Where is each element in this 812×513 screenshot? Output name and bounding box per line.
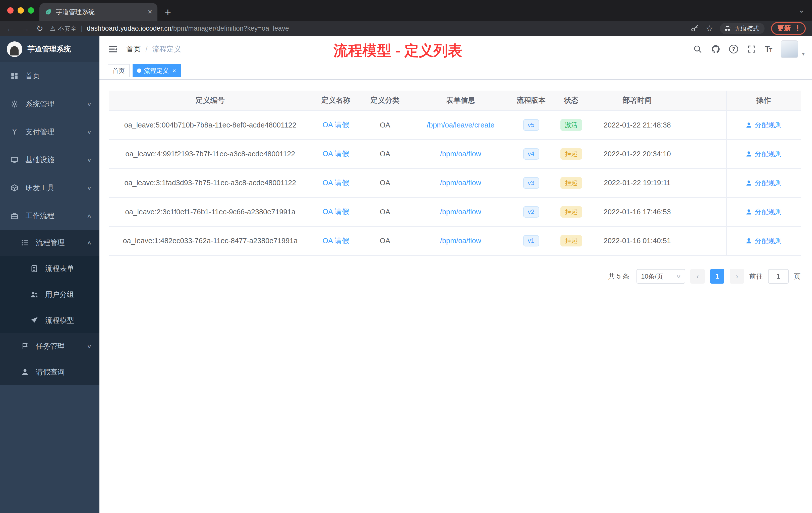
chevron-down-icon: ∨ <box>87 157 92 163</box>
status-badge: 挂起 <box>560 235 582 246</box>
sidebar-item-infrastructure[interactable]: 基础设施 ∨ <box>0 146 99 174</box>
sidebar-item-label: 流程管理 <box>36 238 64 248</box>
font-size-icon[interactable]: TT <box>765 45 772 54</box>
bookmark-star-icon[interactable]: ☆ <box>706 24 713 33</box>
sidebar-item-process-management[interactable]: 流程管理 ∧ <box>0 230 99 256</box>
sidebar-item-label: 请假查询 <box>36 367 64 377</box>
definition-id-cell: oa_leave:2:3c1f0ef1-76b1-11ec-9c66-a2380… <box>109 198 311 226</box>
form-info-link[interactable]: /bpm/oa/flow <box>440 150 481 158</box>
forward-button[interactable]: → <box>21 24 30 33</box>
version-cell: v3 <box>512 169 551 197</box>
definition-name-link[interactable]: OA 请假 <box>323 178 349 188</box>
assign-rule-label: 分配规则 <box>755 207 782 216</box>
breadcrumb-current: 流程定义 <box>152 44 181 54</box>
browser-update-button[interactable]: 更新 ⋮ <box>771 22 806 35</box>
status-cell: 挂起 <box>550 198 592 226</box>
incognito-badge: 无痕模式 <box>720 23 764 34</box>
person-icon <box>21 368 29 376</box>
definition-name-link[interactable]: OA 请假 <box>323 120 349 130</box>
table-header-row: 定义编号 定义名称 定义分类 表单信息 流程版本 状态 部署时间 操作 <box>109 91 801 111</box>
macos-minimize-button[interactable] <box>18 7 24 13</box>
assign-rule-link[interactable]: 分配规则 <box>746 120 782 129</box>
table-row: oa_leave:1:482ec033-762a-11ec-8477-a2380… <box>109 227 801 255</box>
browser-menu-kebab-icon[interactable]: ⋮ <box>794 24 801 32</box>
list-icon <box>21 239 29 247</box>
version-badge: v3 <box>523 177 539 188</box>
app-brand[interactable]: 芋道管理系统 <box>0 36 99 62</box>
definition-name-link[interactable]: OA 请假 <box>323 207 349 217</box>
macos-close-button[interactable] <box>7 7 13 13</box>
macos-zoom-button[interactable] <box>28 7 34 13</box>
sidebar-item-label: 流程表单 <box>45 264 74 274</box>
user-avatar[interactable] <box>781 40 798 58</box>
tag-close-icon[interactable]: × <box>173 67 176 74</box>
table-body: oa_leave:5:004b710b-7b8a-11ec-8ef0-acde4… <box>109 111 801 255</box>
chevron-down-icon: ∨ <box>87 101 92 107</box>
hamburger-menu-icon[interactable] <box>108 44 118 54</box>
assign-rule-link[interactable]: 分配规则 <box>746 236 782 245</box>
status-cell: 挂起 <box>550 169 592 197</box>
new-tab-button[interactable]: + <box>165 7 171 18</box>
avatar-caret-icon[interactable]: ▾ <box>802 51 805 57</box>
goto-page-input[interactable] <box>768 269 789 283</box>
definition-name-link[interactable]: OA 请假 <box>323 236 349 246</box>
tab-title: 芋道管理系统 <box>56 7 144 16</box>
assign-rule-link[interactable]: 分配规则 <box>746 207 782 216</box>
page-url: dashboard.yudao.iocoder.cn/bpm/manager/d… <box>87 25 289 32</box>
browser-tabstrip: 芋道管理系统 × + ⌄ <box>0 0 812 21</box>
tab-close-icon[interactable]: × <box>148 8 152 16</box>
assign-rule-label: 分配规则 <box>755 149 782 158</box>
address-bar[interactable]: ⚠ 不安全 | dashboard.yudao.iocoder.cn/bpm/m… <box>50 24 684 33</box>
github-icon[interactable] <box>711 44 720 54</box>
tab-search-chevron-icon[interactable]: ⌄ <box>798 5 805 14</box>
back-button[interactable]: ← <box>6 24 14 33</box>
definition-name-link[interactable]: OA 请假 <box>323 149 349 159</box>
sidebar-item-task-management[interactable]: 任务管理 ∨ <box>0 333 99 359</box>
page-number-button[interactable]: 1 <box>710 269 725 283</box>
prev-page-button[interactable]: ‹ <box>690 269 705 283</box>
version-cell: v5 <box>512 111 551 139</box>
sidebar-item-label: 系统管理 <box>25 99 54 109</box>
tag-process-definition[interactable]: 流程定义 × <box>133 64 181 78</box>
sidebar-item-dev-tools[interactable]: 研发工具 ∨ <box>0 174 99 202</box>
definition-category-cell: OA <box>360 169 410 197</box>
operation-cell: 分配规则 <box>726 227 801 255</box>
chevron-up-icon: ∧ <box>87 240 92 246</box>
definition-name-cell: OA 请假 <box>311 111 360 139</box>
assign-rule-link[interactable]: 分配规则 <box>746 178 782 187</box>
reload-button[interactable]: ↻ <box>36 24 43 33</box>
form-info-link[interactable]: /bpm/oa/flow <box>440 237 481 245</box>
search-icon[interactable] <box>693 44 702 54</box>
version-cell: v2 <box>512 198 551 226</box>
page-size-select[interactable]: 10条/页 ∨ <box>637 269 685 283</box>
browser-tab[interactable]: 芋道管理系统 × <box>39 3 157 21</box>
security-warning[interactable]: ⚠ 不安全 <box>50 24 77 33</box>
flag-icon <box>21 342 29 350</box>
sidebar-item-process-model[interactable]: 流程模型 <box>0 307 99 333</box>
breadcrumb-home[interactable]: 首页 <box>126 44 141 54</box>
sidebar-item-home[interactable]: 首页 <box>0 62 99 90</box>
briefcase-icon <box>10 212 19 220</box>
sidebar-item-leave-query[interactable]: 请假查询 <box>0 359 99 385</box>
form-info-link[interactable]: /bpm/oa/leave/create <box>427 121 495 129</box>
definition-id-cell: oa_leave:1:482ec033-762a-11ec-8477-a2380… <box>109 227 311 255</box>
password-key-icon[interactable] <box>690 24 699 33</box>
sidebar-item-workflow[interactable]: 工作流程 ∧ <box>0 202 99 230</box>
warning-triangle-icon: ⚠ <box>50 25 56 32</box>
next-page-button[interactable]: › <box>730 269 744 283</box>
definition-name-cell: OA 请假 <box>311 169 360 197</box>
operation-cell: 分配规则 <box>726 198 801 226</box>
form-info-link[interactable]: /bpm/oa/flow <box>440 179 481 187</box>
user-group-icon <box>30 291 38 299</box>
sidebar-item-system-management[interactable]: 系统管理 ∨ <box>0 90 99 118</box>
assign-rule-link[interactable]: 分配规则 <box>746 149 782 158</box>
fullscreen-icon[interactable] <box>747 44 756 54</box>
incognito-label: 无痕模式 <box>734 24 759 33</box>
sidebar-item-label: 首页 <box>25 71 40 81</box>
form-info-link[interactable]: /bpm/oa/flow <box>440 208 481 216</box>
sidebar-item-process-form[interactable]: 流程表单 <box>0 256 99 281</box>
tag-home[interactable]: 首页 <box>108 64 129 78</box>
sidebar-item-payment-management[interactable]: ¥ 支付管理 ∨ <box>0 118 99 146</box>
sidebar-item-user-group[interactable]: 用户分组 <box>0 281 99 307</box>
help-question-icon[interactable]: ? <box>729 45 738 54</box>
